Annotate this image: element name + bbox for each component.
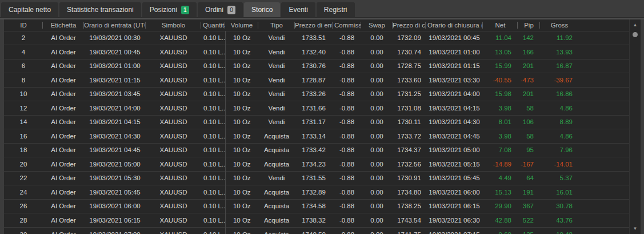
- cell: XAUUSD: [146, 45, 201, 60]
- cell: Vendi: [258, 45, 295, 60]
- cell: Vendi: [258, 101, 295, 116]
- cell: 0.10 L...: [201, 31, 225, 45]
- tab-badge: 1: [181, 6, 189, 14]
- column-header[interactable]: Commissioni: [333, 19, 361, 31]
- column-header[interactable]: Volume: [225, 19, 258, 31]
- column-header[interactable]: Gross: [540, 19, 579, 31]
- cell: 201: [518, 59, 540, 73]
- cell: 16.01: [540, 185, 579, 200]
- tab-badge: 0: [227, 6, 235, 14]
- scroll-up-icon[interactable]: ▲: [633, 22, 638, 28]
- cell: -0.88: [333, 199, 361, 213]
- cell: 0.10 L...: [201, 101, 225, 116]
- table-row[interactable]: 28AI Order19/03/2021 06:15XAUUSD0.10 L..…: [4, 213, 629, 228]
- cell: 8: [4, 73, 43, 88]
- column-header[interactable]: Swap: [361, 19, 393, 31]
- cell-filler: [579, 45, 629, 60]
- cell: 0.00: [361, 45, 393, 60]
- table-row[interactable]: 10AI Order19/03/2021 03:45XAUUSD0.10 L..…: [4, 87, 629, 101]
- cell: 1733.51: [295, 31, 333, 45]
- tab-storico[interactable]: Storico: [244, 2, 280, 17]
- column-header[interactable]: Tipo: [258, 19, 295, 31]
- column-header[interactable]: Pip: [518, 19, 540, 31]
- table-row[interactable]: 14AI Order19/03/2021 04:15XAUUSD0.10 L..…: [4, 115, 629, 129]
- cell: -473: [518, 73, 540, 88]
- column-header[interactable]: Prezzo di ent..: [295, 19, 333, 31]
- cell: 0.10 L...: [201, 73, 225, 88]
- cell: 0.10 L...: [201, 87, 225, 101]
- cell: 0.10 L...: [201, 59, 225, 73]
- cell-filler: [579, 199, 629, 213]
- cell: AI Order: [43, 59, 84, 73]
- cell: 95: [518, 143, 540, 157]
- table-row[interactable]: 2AI Order19/03/2021 00:30XAUUSD0.10 L...…: [4, 31, 629, 45]
- column-header[interactable]: Prezzo di chi..: [393, 19, 426, 31]
- cell: 0.10 L...: [201, 199, 225, 213]
- cell: 10 Oz: [225, 171, 258, 185]
- column-header[interactable]: Simbolo: [146, 19, 201, 31]
- cell: 1738.25: [393, 199, 426, 213]
- cell: 11.04: [483, 31, 518, 45]
- cell: 1730.91: [393, 171, 426, 185]
- cell: 0.10 L...: [201, 213, 225, 228]
- cell: AI Order: [43, 101, 84, 116]
- tab-capitale-netto[interactable]: Capitale netto: [1, 2, 58, 17]
- column-header[interactable]: Orario di chiusura (U...: [426, 19, 483, 31]
- table-row[interactable]: 16AI Order19/03/2021 04:30XAUUSD0.10 L..…: [4, 129, 629, 144]
- history-table: IDEtichettaOrario di entrata (UTC..Simbo…: [4, 19, 629, 234]
- scroll-down-icon[interactable]: ▼: [630, 226, 641, 232]
- scrollbar-thumb[interactable]: [633, 32, 638, 37]
- table-row[interactable]: 26AI Order19/03/2021 06:00XAUUSD0.10 L..…: [4, 199, 629, 213]
- cell: XAUUSD: [146, 73, 201, 88]
- cell-filler: [579, 143, 629, 157]
- vertical-scrollbar[interactable]: ▲ ▼: [629, 19, 641, 234]
- cell: AI Order: [43, 171, 84, 185]
- cell: 42.88: [483, 213, 518, 228]
- cell: 1730.76: [295, 59, 333, 73]
- cell: AI Order: [43, 129, 84, 144]
- cell: AI Order: [43, 73, 84, 88]
- cell: 10 Oz: [225, 59, 258, 73]
- table-row[interactable]: 22AI Order19/03/2021 05:30XAUUSD0.10 L..…: [4, 171, 629, 185]
- cell: Vendi: [258, 171, 295, 185]
- table-row[interactable]: 6AI Order19/03/2021 01:00XAUUSD0.10 L...…: [4, 59, 629, 73]
- table-row[interactable]: 18AI Order19/03/2021 04:45XAUUSD0.10 L..…: [4, 143, 629, 157]
- tab-eventi[interactable]: Eventi: [281, 2, 315, 17]
- table-row[interactable]: 4AI Order19/03/2021 00:45XAUUSD0.10 L...…: [4, 45, 629, 60]
- table-row[interactable]: 12AI Order19/03/2021 04:00XAUUSD0.10 L..…: [4, 101, 629, 116]
- tab-registri[interactable]: Registri: [317, 2, 355, 17]
- tab-ordini[interactable]: Ordini 0: [198, 2, 243, 17]
- tab-label: Eventi: [289, 6, 307, 14]
- tab-posizioni[interactable]: Posizioni 1: [142, 2, 197, 17]
- cell: -0.88: [333, 157, 361, 172]
- column-header[interactable]: Net: [483, 19, 518, 31]
- cell: 1731.66: [295, 101, 333, 116]
- column-header[interactable]: Orario di entrata (UTC..: [84, 19, 146, 31]
- cell: 13.05: [483, 45, 518, 60]
- table-row[interactable]: 20AI Order19/03/2021 05:00XAUUSD0.10 L..…: [4, 157, 629, 172]
- cell: XAUUSD: [146, 129, 201, 144]
- cell: 1734.80: [393, 185, 426, 200]
- table-row[interactable]: 30AI Order19/03/2021 07:00XAUUSD0.10 L..…: [4, 227, 629, 234]
- table-row[interactable]: 24AI Order19/03/2021 05:45XAUUSD0.10 L..…: [4, 185, 629, 200]
- cell: 166: [518, 45, 540, 60]
- backtesting-panel: Capitale netto Statistiche transazioni P…: [0, 0, 644, 234]
- cell: 19/03/2021 07:00: [84, 227, 146, 234]
- cell: 0.00: [361, 59, 393, 73]
- column-header[interactable]: ID: [4, 19, 43, 31]
- column-header[interactable]: Etichetta: [43, 19, 84, 31]
- cell: AI Order: [43, 227, 84, 234]
- column-header[interactable]: Quantità: [201, 19, 225, 31]
- tab-label: Capitale netto: [9, 6, 51, 14]
- cell: -0.88: [333, 115, 361, 129]
- cell: 2: [4, 31, 43, 45]
- tab-statistiche-transazioni[interactable]: Statistiche transazioni: [59, 2, 141, 17]
- cell: 0.10 L...: [201, 115, 225, 129]
- cell: Vendi: [258, 87, 295, 101]
- cell: AI Order: [43, 157, 84, 172]
- cell: XAUUSD: [146, 227, 201, 234]
- cell: -0.88: [333, 143, 361, 157]
- history-panel: IDEtichettaOrario di entrata (UTC..Simbo…: [4, 19, 641, 234]
- cell: Acquista: [258, 129, 295, 144]
- table-row[interactable]: 8AI Order19/03/2021 01:15XAUUSD0.10 L...…: [4, 73, 629, 88]
